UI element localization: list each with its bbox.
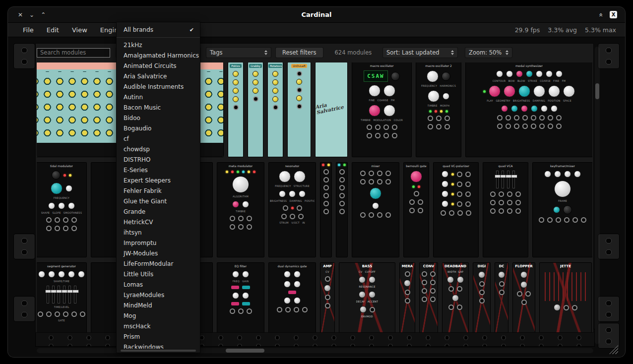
brand-menu-item[interactable]: LyraeModules [117,290,200,300]
control-cluster [226,171,255,173]
knob [428,90,440,102]
brand-menu-item[interactable]: Bogaudio [117,123,200,133]
knob [65,185,72,192]
chevron-up-icon[interactable]: ⌃ [41,11,46,18]
module-conv[interactable]: CONV [420,263,438,332]
control-cluster [448,304,462,310]
brand-menu-item[interactable]: Rackwindows [117,342,200,349]
search-input[interactable] [37,48,110,58]
brand-menu-item[interactable]: Glue the Giant [117,196,200,206]
jack-port [323,185,329,190]
knob [52,171,61,180]
module-eq-filter[interactable]: EQ filterFREQ GAIN [217,263,264,332]
module-digi[interactable]: DIGI [473,263,490,332]
brand-menu-item[interactable]: mscHack [117,321,200,331]
module-macro-oscillator-2[interactable]: macro oscillator 2FREQUENCY HARMONICSTIM… [416,62,461,157]
brand-menu-item[interactable]: Autinn [117,92,200,102]
brand-menu-item[interactable]: cf [117,133,200,144]
brand-menu-item[interactable]: DISTRHO [117,154,200,165]
brand-menu-item[interactable]: chowdsp [117,144,200,154]
menu-view[interactable]: View [72,26,87,34]
double-chevron-up-icon[interactable]: « [598,12,606,17]
module-dc[interactable]: DC [495,263,508,332]
brand-menu-item[interactable]: HetrickCV [117,217,200,227]
brand-menu-item[interactable]: ihtsyn [117,227,200,238]
module-quad-vca[interactable]: quad VCA [483,163,528,257]
zoom-dropdown[interactable]: Zoom: 50% [465,48,512,58]
brand-menu-item[interactable]: Grande [117,206,200,217]
module-modal-synthesizer[interactable]: modal synthesizerCONTOUR BOW BLOW STRIKE… [466,62,592,157]
led [63,174,66,177]
rack-rail [598,323,619,348]
module-title: AMP [323,263,332,268]
module-narrow-a[interactable] [320,163,331,257]
module-aria-signature[interactable]: Aria Salvatrice [316,62,347,157]
module-narrow-b[interactable] [336,163,347,257]
brand-menu-item[interactable]: Mog [117,310,200,321]
jack-port [323,177,329,182]
brand-menu-item[interactable]: Impromptu [117,238,200,248]
module-jette[interactable]: JETTE [540,263,591,332]
jack-port [556,115,562,121]
vertical-scrollbar-thumb[interactable] [595,83,599,99]
brand-menu-item[interactable]: Bidoo [117,113,200,123]
brand-menu-item[interactable]: Fehler Fabrik [117,185,200,196]
chevron-down-icon[interactable]: ⌄ [29,11,34,18]
brand-menu-item-selected[interactable]: All brands ✔ [117,24,200,36]
module-meta-modulator[interactable]: meta modulatorALGORITHMTIMBRE [217,163,264,257]
module-segment-generator[interactable]: segment generatorSHAPE/TIMETIME/LEVELGAT… [37,263,86,332]
control-cluster [359,276,376,283]
brand-menu-item[interactable]: JW-Modules [117,248,200,258]
brand-menu-item[interactable]: Aria Salvatrice [117,71,200,81]
module-dual-dynamics-gate[interactable]: dual dynamics gate [269,263,316,332]
brand-menu-item[interactable]: E-Series [117,165,200,175]
close-icon[interactable]: ✕ [18,11,23,18]
brand-menu-item[interactable]: Audible Instruments [117,81,200,92]
module-grabby[interactable]: Grabby [248,62,263,157]
brand-menu-item[interactable]: LifeFormModular [117,258,200,269]
module-tidal-modulator[interactable]: tidal modulatorFREQUENCYSHAPE SLOPE SMOO… [37,163,86,257]
module-rotatoes[interactable]: Rotatoes [268,62,283,157]
module-amp[interactable]: AMPCV [320,263,334,332]
module-bass[interactable]: BASSCV CUTOFFRESONANCEDECAY ACCENTENVMOD [339,263,395,332]
slider [502,171,504,188]
brand-menu-item[interactable]: Bacon Music [117,102,200,113]
module-keyframer-mixer[interactable]: keyframer/mixerFRAME [533,163,592,257]
horizontal-scrollbar-thumb[interactable] [226,349,264,353]
jack-port [80,311,85,317]
brand-menu-item[interactable]: MindMeld [117,300,200,310]
knob [272,88,278,94]
module-mixer[interactable]: mixer [352,163,399,257]
jack-port [507,200,512,205]
menu-scrollbar[interactable] [121,350,196,352]
brand-menu-item[interactable]: Lomas [117,279,200,290]
knob [294,271,301,278]
control-cluster [427,70,450,82]
module-flopper[interactable]: FLOPPER [513,263,535,332]
sort-dropdown[interactable]: Sort: Last updated [383,48,457,58]
brand-menu-item[interactable]: 21kHz [117,40,200,50]
brand-menu-item[interactable]: Expert Sleepers [117,175,200,185]
jack-port [283,205,288,211]
reset-filters-button[interactable]: Reset filters [276,48,323,58]
menu-edit[interactable]: Edit [47,26,59,34]
module-undular[interactable]: UnDuLaR [288,62,311,157]
brand-menu-item[interactable]: Amalgamated Harmonics [117,50,200,61]
tags-dropdown[interactable]: Tags [206,48,271,58]
slider [47,286,49,303]
button-pill [231,302,239,305]
module-pokies[interactable]: Pokies [228,62,243,157]
module-deadband[interactable]: DEADBANDWIDTH GAP [443,263,468,332]
vertical-scrollbar[interactable] [595,47,600,344]
menu-file[interactable]: File [23,26,34,34]
knob [478,271,485,278]
module-quad-vc-polarizer[interactable]: quad VC-polarizer [434,163,478,257]
module-macro-oscillator[interactable]: macro oscillatorCSAWFINE COARSE FMTIMBRE… [352,62,411,157]
module-bernoulli-gate[interactable]: bernoulli gate [404,163,429,257]
brand-menu-item[interactable]: Prism [117,331,200,342]
module-resonator[interactable]: resonatorFREQUENCY STRUCTUREBRIGHTNESS D… [269,163,316,257]
module-mera[interactable]: MERA [400,263,415,332]
brand-menu-item[interactable]: Little Utils [117,269,200,279]
jack-port [441,210,446,216]
brand-menu-item[interactable]: Animated Circuits [117,61,200,71]
